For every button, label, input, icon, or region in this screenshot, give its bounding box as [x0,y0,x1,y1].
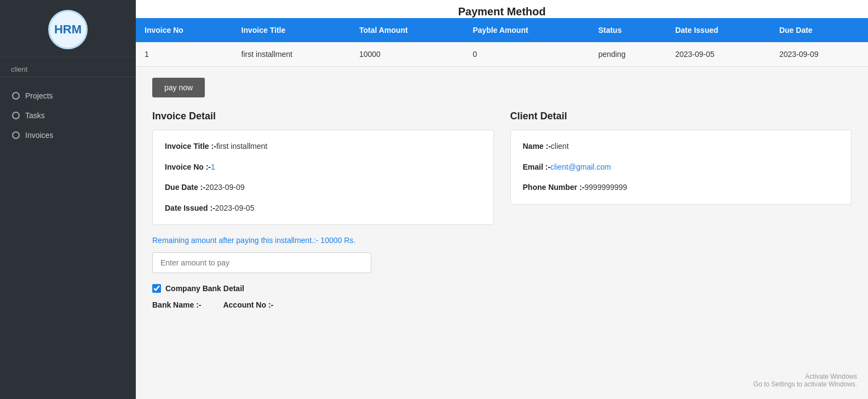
company-bank-section: Company Bank Detail Bank Name :- Account… [152,284,852,309]
due-date-field: Due Date :-2023-09-09 [165,182,481,193]
logo: HRM [48,10,88,49]
col-total-amount: Total Amount [350,18,464,42]
page-header: Payment Method [136,0,868,18]
nav-circle-projects [12,92,20,100]
client-phone-value: 9999999999 [584,183,627,192]
sidebar-logo: HRM [0,0,136,57]
sidebar-client-label: client [0,57,136,77]
invoice-no-field: Invoice No :-1 [165,162,481,173]
sidebar-nav: Projects Tasks Invoices [0,82,136,149]
client-name-value: client [551,142,569,151]
col-invoice-no: Invoice No [136,18,233,42]
company-bank-checkbox[interactable] [152,284,161,293]
date-issued-value: 2023-09-05 [215,204,255,212]
cell-date-issued: 2023-09-05 [666,42,771,67]
cell-status: pending [589,42,666,67]
col-payble-amount: Payble Amount [464,18,589,42]
col-invoice-title: Invoice Title [233,18,350,42]
client-detail-card: Name :-client Email :-client@gmail.com P… [510,130,852,205]
sidebar-item-invoices[interactable]: Invoices [0,125,136,145]
date-issued-label: Date Issued :- [165,204,215,212]
cell-invoice-title: first installment [233,42,350,67]
cell-payble-amount: 0 [464,42,589,67]
col-due-date: Due Date [771,18,868,42]
table-header-row: Invoice No Invoice Title Total Amount Pa… [136,18,868,42]
invoice-no-label: Invoice No :- [165,163,211,171]
detail-section: Invoice Detail Invoice Title :-first ins… [152,111,852,225]
due-date-label: Due Date :- [165,183,205,192]
invoice-detail-card: Invoice Title :-first installment Invoic… [152,130,494,225]
company-bank-label-text: Company Bank Detail [165,284,244,293]
nav-circle-invoices [12,131,20,139]
client-phone-field: Phone Number :-9999999999 [523,182,840,193]
col-date-issued: Date Issued [666,18,771,42]
cell-due-date: 2023-09-09 [771,42,868,67]
invoice-title-field: Invoice Title :-first installment [165,141,481,152]
content-body: pay now Invoice Detail Invoice Title :-f… [136,67,868,326]
date-issued-field: Date Issued :-2023-09-05 [165,203,481,214]
client-name-label: Name :- [523,142,551,151]
sidebar: HRM client Projects Tasks Invoices [0,0,136,399]
bank-name-label: Bank Name :- [152,300,201,309]
sidebar-item-label-projects: Projects [25,91,53,100]
invoice-title-label: Invoice Title :- [165,142,216,151]
company-bank-checkbox-label[interactable]: Company Bank Detail [152,284,852,293]
page-title: Payment Method [458,5,545,18]
due-date-value: 2023-09-09 [205,183,245,192]
client-detail-heading: Client Detail [510,111,852,122]
client-name-field: Name :-client [523,141,840,152]
sidebar-item-label-invoices: Invoices [25,131,53,140]
invoice-no-value[interactable]: 1 [211,163,215,171]
table-row: 1 first installment 10000 0 pending 2023… [136,42,868,67]
client-detail-box: Client Detail Name :-client Email :-clie… [510,111,852,225]
amount-input[interactable] [152,252,371,273]
cell-total-amount: 10000 [350,42,464,67]
remaining-amount-text: Remaining amount after paying this insta… [152,236,852,245]
account-no-label: Account No :- [223,300,273,309]
main-content: Payment Method Invoice No Invoice Title … [136,0,868,399]
client-email-label: Email :- [523,163,551,171]
bank-fields: Bank Name :- Account No :- [152,300,852,309]
client-email-value[interactable]: client@gmail.com [550,163,611,171]
invoice-detail-box: Invoice Detail Invoice Title :-first ins… [152,111,494,225]
client-phone-label: Phone Number :- [523,183,585,192]
sidebar-item-projects[interactable]: Projects [0,86,136,106]
invoice-table: Invoice No Invoice Title Total Amount Pa… [136,18,868,67]
client-email-field: Email :-client@gmail.com [523,162,840,173]
invoice-detail-heading: Invoice Detail [152,111,494,122]
invoice-title-value: first installment [216,142,267,151]
pay-now-button[interactable]: pay now [152,78,205,97]
nav-circle-tasks [12,112,20,119]
col-status: Status [589,18,666,42]
sidebar-item-tasks[interactable]: Tasks [0,106,136,125]
sidebar-item-label-tasks: Tasks [25,111,45,120]
cell-invoice-no: 1 [136,42,233,67]
